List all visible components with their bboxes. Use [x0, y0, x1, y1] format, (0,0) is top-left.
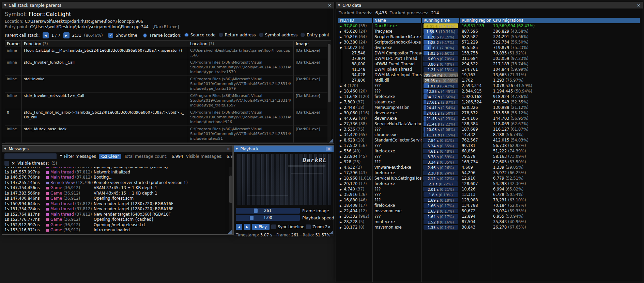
cpu-column-header[interactable]: Running regions — [460, 18, 491, 23]
cpu-process-row[interactable]: 37,904 DWM LPC Port Thread 6.69 s (0.70%… — [338, 56, 641, 61]
process-name[interactable]: ntdll.dll — [373, 78, 422, 83]
callstack-frame-row[interactable]: inline std::_Invoker_ret<void,1>::_Call … — [5, 93, 331, 109]
pid-cell[interactable]: ▶20,120 (17) — [338, 181, 373, 186]
pid-cell[interactable]: ▶17,532 (56) — [338, 143, 373, 148]
message-row[interactable]: 1s 146,576,766ns Main thread (37,812) Bo… — [4, 175, 232, 180]
callstack-frame-row[interactable]: 0 std::_Func_impl_no_alloc<<lambda_5bc22… — [5, 109, 331, 126]
scrollbar-thumb[interactable] — [229, 176, 232, 203]
sync-timeline-checkbox[interactable] — [271, 224, 276, 229]
callstack-frame-row[interactable]: inline std::_Mutex_base::lock C:\Program… — [5, 126, 331, 143]
message-row[interactable]: 1s 120,335,272ns Main thread (37,812) Op… — [4, 167, 232, 170]
expand-icon[interactable]: ▶ — [340, 29, 344, 34]
pid-cell[interactable]: ▶18,968 (1,018) — [338, 176, 373, 181]
close-icon[interactable]: × — [227, 147, 230, 151]
message-text[interactable]: Network initialized — [94, 170, 232, 175]
message-thread[interactable]: Main thread (37,812) — [46, 212, 94, 217]
expand-icon[interactable]: ▶ — [340, 24, 344, 29]
pid-cell[interactable]: ▶3,536 (75) — [338, 127, 373, 132]
process-name[interactable]: firefox.exe — [373, 203, 422, 208]
pid-cell[interactable]: ▶44,692 (84) — [338, 116, 373, 121]
callstack-frame-row[interactable]: inline std::_Invoker_functor::_Call C:\P… — [5, 59, 331, 76]
pid-cell[interactable]: 27,800 — [338, 78, 373, 83]
pid-cell[interactable]: ▶8,628 (18) — [338, 137, 373, 143]
pid-cell[interactable]: 41,348 — [338, 67, 373, 72]
message-row[interactable]: 1s 147,383,566ns Game (36,912) VRAM 43x4… — [4, 191, 232, 196]
process-name[interactable]: ??? — [373, 197, 422, 203]
cpu-process-row[interactable]: 34,028 DWM Master Input Thread 799.64 ms… — [338, 72, 641, 78]
cpu-process-row[interactable]: ▶4,632 (2) vmware-authd.exe 2.46 s (0.26… — [338, 165, 641, 170]
collapse-icon[interactable]: ▼ — [236, 147, 238, 150]
cpu-process-row[interactable]: ▶18,460 (20) ??? 42.85 s (4.45%) 2,344,9… — [338, 88, 641, 94]
cpu-process-row[interactable]: ▶18,968 (1,018) ServiceHub.SettingsHost.… — [338, 176, 641, 181]
callstack-titlebar[interactable]: ▼ Call stack sample parents × — [2, 2, 334, 9]
frame-function[interactable]: Floor::CalcLight::__l4::<lambda_5bc224f1… — [22, 47, 188, 59]
cpu-process-row[interactable]: ▶18,172 (8) msvsmon.exe 1.35 s (0.14%) 3… — [338, 224, 641, 230]
process-name[interactable]: DWM Master Input Thread — [373, 72, 422, 78]
prev-stack-button[interactable]: ◀ — [43, 32, 49, 38]
expand-icon[interactable]: ▶ — [340, 225, 344, 230]
expand-icon[interactable]: ▶ — [340, 89, 344, 94]
message-thread[interactable]: RemoteView (18,796) — [46, 180, 94, 186]
cpu-data-titlebar[interactable]: ▼ CPU data × — [336, 2, 643, 9]
message-thread[interactable]: Game (36,912) — [46, 185, 94, 191]
process-name[interactable]: MemCompression — [373, 105, 422, 110]
expand-icon[interactable]: ▶ — [340, 116, 344, 121]
cpu-process-row[interactable]: ▶45,620 (24) Tracy.exe 1:39.5 (10.34%) 8… — [338, 29, 641, 34]
frame-location[interactable]: C:\Program Files (x86)\Microsoft Visual … — [188, 143, 294, 143]
speed-slider[interactable]: 1.00 — [236, 215, 300, 221]
expand-icon[interactable]: ▶ — [340, 40, 344, 45]
process-name[interactable]: firefox.exe — [373, 170, 422, 176]
resize-grip[interactable] — [228, 230, 232, 234]
clear-button[interactable]: ⌫Clear — [99, 154, 121, 159]
pid-cell[interactable]: ▼13,072 (6) — [338, 45, 373, 50]
help-icon[interactable]: (?) — [43, 41, 48, 46]
messages-titlebar[interactable]: ▼ Messages × — [2, 146, 232, 152]
message-text[interactable]: Opening /meta/release.txt — [94, 222, 232, 228]
process-name[interactable]: ??? — [373, 88, 422, 94]
process-name[interactable]: dwm.exe — [373, 45, 422, 50]
expand-icon[interactable]: ▼ — [340, 46, 344, 50]
pid-cell[interactable]: ▶27,736 (88) — [338, 121, 373, 127]
pid-cell[interactable]: ▶928 (25) — [338, 159, 373, 165]
process-name[interactable]: ServiceHub.DataWarehouse — [373, 121, 422, 127]
zoom-checkbox[interactable] — [306, 224, 311, 229]
cpu-process-row[interactable]: ▶8,628 (18) StandardCollector.Service.e … — [338, 137, 641, 143]
message-thread[interactable]: Main thread (37,812) — [46, 170, 94, 175]
message-row[interactable]: 1s 151,754,784ns Main thread (37,812) Ne… — [4, 206, 232, 212]
frame-location[interactable]: C:\Program Files (x86)\Microsoft Visual … — [188, 93, 294, 109]
pid-cell[interactable]: ▶22,804 (45) — [338, 154, 373, 159]
radio-icon[interactable] — [301, 33, 305, 37]
pid-cell[interactable]: ▶18,460 (20) — [338, 88, 373, 94]
resize-grip[interactable] — [329, 139, 333, 143]
expand-icon[interactable]: ▶ — [340, 127, 344, 132]
process-name[interactable]: firefox.exe — [373, 181, 422, 186]
callstack-scrollbar[interactable] — [327, 41, 331, 143]
frame-location-radio[interactable]: Entry point — [301, 33, 329, 37]
frame-function[interactable]: std::_Invoker_functor::_Call — [22, 59, 188, 76]
message-text[interactable]: Opening /forest.scrn {cached} — [94, 217, 232, 222]
collapse-icon[interactable]: ▼ — [338, 4, 340, 7]
playback-titlebar[interactable]: ▼ Playback × — [234, 146, 334, 152]
pid-cell[interactable]: ▶10,816 (64) — [338, 34, 373, 39]
pid-cell[interactable]: ▶22,404 (12) — [338, 208, 373, 214]
process-name[interactable]: firefox.exe — [373, 94, 422, 99]
process-name[interactable]: ??? — [373, 192, 422, 197]
expand-icon[interactable]: ▶ — [340, 176, 344, 181]
process-name[interactable]: ??? — [373, 186, 422, 192]
message-thread[interactable]: Game (36,912) — [46, 196, 94, 201]
cpu-process-row[interactable]: ▶34,420 (65) chrome.exe 11.11 s (1.15%) … — [338, 132, 641, 137]
pid-cell[interactable]: ▶4,632 (2) — [338, 165, 373, 170]
cpu-process-row[interactable]: ▶17,532 (56) ??? 5.34 s (0.55%) 90,181 5… — [338, 143, 641, 148]
message-thread[interactable]: Main thread (37,812) — [46, 167, 94, 170]
cpu-process-row[interactable]: ▶28,228 (5) mintty.exe 1.52 s (0.16%) 87… — [338, 219, 641, 224]
column-header-image[interactable]: Image — [294, 41, 331, 47]
message-text[interactable]: Remote view server started (protocol ver… — [94, 180, 232, 186]
process-name[interactable]: msvsmon.exe — [373, 208, 422, 214]
message-row[interactable]: 1s 147,400,846ns Game (36,912) Opening /… — [4, 196, 232, 201]
cpu-process-row[interactable]: ▶30,060 (116) devenv.exe 24.01 s (2.50%)… — [338, 110, 641, 116]
cpu-process-row[interactable]: ▶22,804 (45) ??? 3.78 s (0.39%) 79,578 5… — [338, 154, 641, 159]
process-name[interactable]: chrome.exe — [373, 132, 422, 137]
cpu-process-row[interactable]: ▶3,536 (75) ??? 20.05 s (2.08%) 187,689 … — [338, 127, 641, 132]
step-back-button[interactable]: ◀ — [236, 224, 242, 230]
message-row[interactable]: 1s 145,557,997ns Main thread (37,812) Ne… — [4, 170, 232, 175]
